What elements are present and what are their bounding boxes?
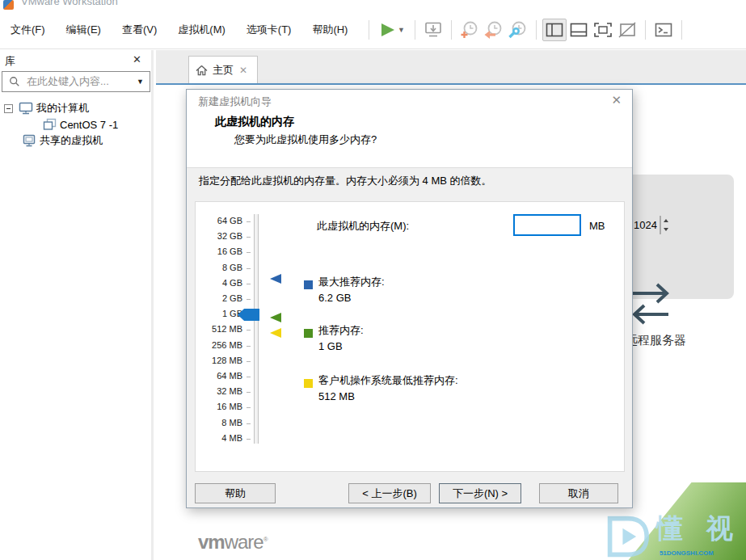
home-icon (196, 65, 208, 76)
recommended-memory-value: 1 GB (318, 340, 343, 352)
library-sidebar: 库 ✕ 在此处键入内容... ▼ 我的计算机 (0, 50, 154, 560)
send-ctrl-alt-del-icon (424, 21, 443, 39)
manage-snapshots-button[interactable] (506, 19, 530, 41)
max-memory-label: 最大推荐内存: (318, 275, 385, 289)
thumbnail-bar-icon (569, 22, 588, 38)
memory-scale-label: 32 GB (198, 231, 242, 241)
tab-close-icon[interactable]: ✕ (239, 65, 247, 76)
tree-item-label: 我的计算机 (36, 101, 89, 116)
minimum-memory-label: 客户机操作系统最低推荐内存: (318, 373, 458, 388)
library-panel-icon (545, 22, 564, 38)
revert-snapshot-button[interactable] (482, 19, 506, 41)
chevron-down-icon: ▼ (398, 26, 405, 34)
menu-view[interactable]: 查看(V) (112, 18, 167, 42)
memory-scale-tick (247, 423, 251, 424)
memory-scale-tick (247, 330, 251, 331)
memory-scale-tick (247, 392, 251, 393)
watermark-site-text: 51DONGSHI.COM (660, 549, 714, 557)
show-library-button[interactable] (542, 19, 567, 41)
manage-snapshots-icon (508, 20, 529, 40)
menu-tabs[interactable]: 选项卡(T) (236, 18, 302, 42)
menu-edit[interactable]: 编辑(E) (56, 18, 112, 42)
memory-scale-label: 1 GB (198, 309, 242, 318)
vmware-app-icon (3, 0, 14, 10)
send-ctrl-alt-del-button[interactable] (421, 19, 445, 41)
search-icon (9, 76, 20, 87)
memory-scale-label: 32 MB (198, 386, 242, 396)
memory-input[interactable] (515, 216, 660, 234)
toolbar-separator (415, 20, 415, 40)
memory-instruction: 指定分配给此虚拟机的内存量。内存大小必须为 4 MB 的倍数。 (199, 174, 492, 188)
back-button[interactable]: < 上一步(B) (348, 483, 431, 503)
memory-spinbox (513, 214, 581, 236)
memory-scale-tick (247, 439, 251, 440)
fullscreen-icon (593, 22, 613, 38)
memory-scale-label: 2 GB (198, 293, 242, 303)
library-close-icon[interactable]: ✕ (133, 53, 141, 65)
menu-help[interactable]: 帮助(H) (301, 18, 358, 42)
console-icon (654, 22, 673, 38)
memory-scale-tick (247, 346, 251, 347)
cancel-button[interactable]: 取消 (539, 483, 618, 503)
tree-item-vm-centos[interactable]: CentOS 7 -1 (0, 116, 151, 133)
console-button[interactable] (651, 19, 676, 41)
tab-home-label: 主页 (213, 63, 234, 78)
memory-scale-label: 16 MB (198, 402, 242, 411)
window-titlebar: VMware Workstation (0, 0, 746, 11)
remote-server-arrows-icon (630, 281, 671, 328)
memory-scale-label: 256 MB (198, 340, 242, 350)
library-search[interactable]: 在此处键入内容... ▼ (2, 71, 150, 92)
memory-scale-tick (247, 268, 251, 269)
search-placeholder: 在此处键入内容... (27, 74, 137, 89)
toolbar-separator (645, 20, 646, 40)
memory-scale-tick (247, 299, 251, 300)
memory-scale-label: 4 GB (198, 278, 242, 288)
memory-scale-tick (247, 407, 251, 408)
window-title: VMware Workstation (21, 0, 118, 7)
watermark-d-logo (604, 515, 651, 558)
minimum-memory-legend-icon (304, 379, 313, 388)
power-on-button[interactable]: ▼ (375, 19, 409, 41)
memory-scale-label: 64 MB (198, 371, 242, 381)
computer-icon (19, 102, 33, 115)
spin-down-button[interactable] (660, 225, 661, 234)
spin-up-button[interactable] (660, 216, 661, 225)
search-dropdown-icon[interactable]: ▼ (137, 78, 144, 86)
dialog-header: 新建虚拟机向导 ✕ 此虚拟机的内存 您要为此虚拟机使用多少内存? (187, 90, 632, 168)
tree-item-label: CentOS 7 -1 (60, 119, 118, 131)
library-header: 库 ✕ (0, 50, 151, 71)
unity-mode-button[interactable] (615, 19, 639, 41)
toolbar: ▼ (363, 19, 688, 41)
show-thumbnail-bar-button[interactable] (567, 19, 591, 41)
virtual-machine-icon (43, 118, 57, 131)
next-button[interactable]: 下一步(N) > (439, 483, 521, 503)
memory-scale-label: 64 GB (198, 216, 242, 225)
tree-item-label: 共享的虚拟机 (40, 133, 103, 148)
max-memory-legend-icon (304, 280, 313, 289)
menu-vm[interactable]: 虚拟机(M) (167, 18, 236, 42)
tree-item-my-computer[interactable]: 我的计算机 (0, 100, 151, 116)
collapse-icon[interactable] (4, 104, 13, 113)
dialog-close-icon[interactable]: ✕ (611, 93, 622, 107)
help-button[interactable]: 帮助 (195, 483, 276, 503)
toolbar-separator (369, 20, 369, 40)
library-tree: 我的计算机 CentOS 7 -1 (0, 100, 151, 149)
fullscreen-button[interactable] (591, 19, 615, 41)
memory-scale-label: 4 MB (198, 433, 242, 443)
memory-slider-track[interactable] (254, 214, 259, 444)
take-snapshot-button[interactable] (457, 19, 482, 41)
library-title: 库 (5, 54, 15, 69)
memory-groupbox: 64 GB32 GB16 GB8 GB4 GB2 GB1 GB512 MB256… (195, 201, 625, 472)
toolbar-separator (536, 20, 537, 40)
memory-scale-tick (247, 377, 251, 377)
dialog-title: 新建虚拟机向导 (198, 95, 272, 109)
menu-file[interactable]: 文件(F) (0, 18, 56, 42)
minimum-memory-marker-icon (270, 328, 281, 338)
vmware-logo-vm: vm (198, 531, 225, 553)
memory-scale-tick (247, 252, 251, 253)
dialog-heading: 此虚拟机的内存 (215, 115, 294, 129)
memory-scale-label: 8 GB (198, 263, 242, 272)
tree-item-shared-vms[interactable]: 共享的虚拟机 (0, 133, 151, 149)
tab-home[interactable]: 主页 ✕ (188, 56, 258, 83)
memory-scale-tick (247, 237, 251, 238)
